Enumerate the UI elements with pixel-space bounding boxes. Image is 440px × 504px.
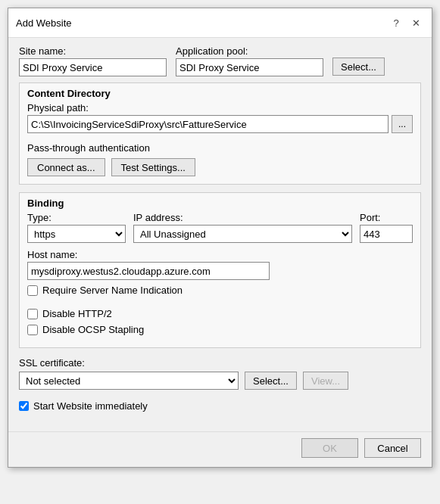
sni-checkbox[interactable] — [27, 285, 38, 296]
ssl-label: SSL certificate: — [19, 357, 421, 369]
type-label: Type: — [27, 212, 126, 223]
port-input[interactable] — [360, 225, 413, 243]
passthrough-buttons: Connect as... Test Settings... — [27, 158, 413, 176]
physical-path-input[interactable] — [27, 115, 389, 133]
add-website-dialog: Add Website ? ✕ Site name: Application p… — [8, 8, 432, 468]
dialog-title: Add Website — [16, 17, 71, 29]
physical-path-group: Physical path: ... — [27, 102, 413, 139]
site-name-label: Site name: — [19, 45, 167, 57]
sni-label: Require Server Name Indication — [42, 285, 183, 296]
sni-row: Require Server Name Indication — [27, 285, 413, 296]
site-name-input[interactable] — [19, 58, 167, 76]
hostname-group: Host name: — [27, 249, 413, 280]
binding-top-row: Type: https http IP address: All Unassig… — [27, 212, 413, 243]
app-pool-label: Application pool: — [176, 45, 323, 57]
ok-button[interactable]: OK — [301, 438, 358, 458]
cancel-button[interactable]: Cancel — [364, 438, 421, 458]
app-pool-select-button[interactable]: Select... — [332, 58, 385, 76]
title-bar-left: Add Website — [16, 17, 71, 29]
start-website-label: Start Website immediately — [33, 400, 148, 412]
disable-ocsp-checkbox[interactable] — [27, 325, 38, 335]
site-app-row: Site name: Application pool: Select... — [19, 45, 421, 76]
binding-label: Binding — [27, 198, 413, 209]
disable-ocsp-row: Disable OCSP Stapling — [27, 324, 413, 335]
dialog-footer: OK Cancel — [8, 431, 432, 467]
browse-button[interactable]: ... — [392, 115, 413, 133]
binding-section: Binding Type: https http IP address: All… — [19, 192, 421, 348]
help-button[interactable]: ? — [388, 14, 404, 31]
title-bar: Add Website ? ✕ — [8, 8, 432, 38]
ssl-select-button[interactable]: Select... — [245, 372, 297, 390]
ip-group: IP address: All Unassigned — [133, 212, 352, 243]
type-group: Type: https http — [27, 212, 126, 243]
hostname-label: Host name: — [27, 249, 413, 260]
physical-path-row: ... — [27, 115, 413, 133]
dialog-body: Site name: Application pool: Select... C… — [8, 38, 432, 431]
type-select[interactable]: https http — [27, 225, 126, 243]
ssl-row: Not selected Select... View... — [19, 372, 421, 390]
passthrough-label: Pass-through authentication — [27, 142, 413, 154]
ssl-select[interactable]: Not selected — [19, 372, 239, 390]
test-settings-button[interactable]: Test Settings... — [111, 158, 195, 176]
physical-path-label: Physical path: — [27, 102, 413, 114]
ip-label: IP address: — [133, 212, 352, 223]
title-bar-actions: ? ✕ — [388, 14, 424, 31]
port-label: Port: — [360, 212, 413, 223]
ip-select[interactable]: All Unassigned — [133, 225, 352, 243]
disable-ocsp-label: Disable OCSP Stapling — [42, 324, 144, 335]
start-website-checkbox[interactable] — [19, 401, 29, 411]
start-website-row: Start Website immediately — [19, 396, 421, 416]
ssl-view-button[interactable]: View... — [303, 372, 348, 390]
content-directory-section: Content Directory Physical path: ... Pas… — [19, 82, 421, 185]
disable-http2-checkbox[interactable] — [27, 309, 38, 319]
ssl-section: SSL certificate: Not selected Select... … — [19, 357, 421, 390]
app-pool-group: Application pool: — [176, 45, 323, 76]
help-icon: ? — [393, 17, 398, 29]
close-button[interactable]: ✕ — [407, 14, 424, 31]
close-icon: ✕ — [412, 17, 420, 29]
content-directory-label: Content Directory — [27, 88, 413, 99]
spacer — [27, 300, 413, 308]
hostname-input[interactable] — [27, 262, 270, 280]
port-group: Port: — [360, 212, 413, 243]
app-pool-input[interactable] — [176, 58, 323, 76]
connect-as-button[interactable]: Connect as... — [27, 158, 105, 176]
disable-http2-label: Disable HTTP/2 — [42, 308, 112, 319]
disable-http2-row: Disable HTTP/2 — [27, 308, 413, 319]
site-name-group: Site name: — [19, 45, 167, 76]
